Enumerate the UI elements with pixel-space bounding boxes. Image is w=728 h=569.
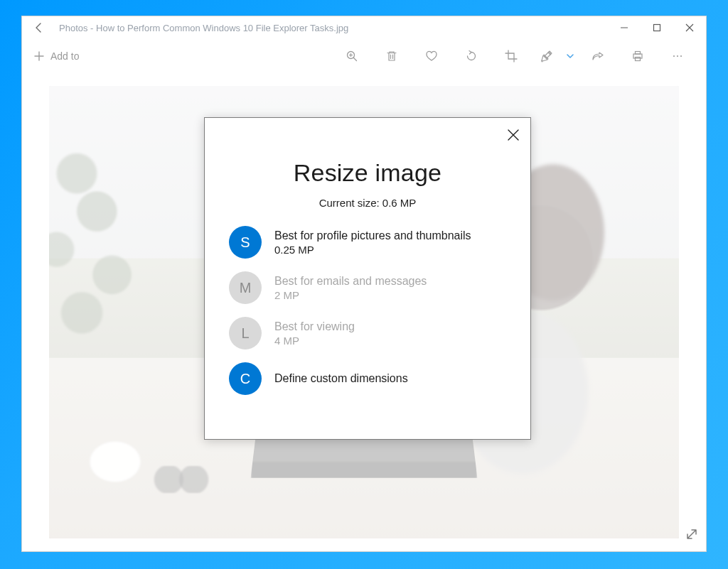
svg-rect-1: [654, 25, 660, 31]
plus-icon: [33, 50, 45, 62]
share-icon: [591, 50, 605, 63]
chevron-down-icon: [566, 52, 574, 60]
window-controls: [608, 16, 706, 39]
rotate-button[interactable]: [451, 39, 491, 73]
print-button[interactable]: [618, 39, 658, 73]
svg-line-3: [353, 58, 356, 60]
close-button[interactable]: [673, 16, 706, 39]
photos-app-window: Photos - How to Perform Common Windows 1…: [21, 16, 707, 552]
favorite-button[interactable]: [412, 39, 451, 73]
add-to-label: Add to: [50, 50, 79, 62]
resize-options: S Best for profile pictures and thumbnai…: [225, 226, 510, 395]
svg-point-11: [677, 55, 678, 57]
add-to-button[interactable]: Add to: [28, 50, 85, 62]
edit-icon: [540, 50, 554, 63]
option-badge: L: [229, 317, 262, 349]
rotate-icon: [465, 50, 478, 63]
option-sub: 4 MP: [274, 335, 355, 347]
crop-button[interactable]: [491, 39, 531, 73]
svg-point-10: [673, 55, 675, 57]
maximize-button[interactable]: [641, 16, 673, 39]
resize-option-large: L Best for viewing 4 MP: [229, 317, 506, 349]
edit-button[interactable]: [531, 39, 562, 73]
resize-dialog: Resize image Current size: 0.6 MP S Best…: [204, 117, 531, 440]
window-title: Photos - How to Perform Common Windows 1…: [56, 23, 608, 33]
option-sub: 2 MP: [274, 289, 427, 301]
trash-icon: [385, 50, 398, 63]
option-badge: C: [229, 362, 262, 395]
svg-rect-8: [636, 52, 641, 55]
dialog-subtitle: Current size: 0.6 MP: [225, 197, 510, 209]
toolbar: Add to: [22, 39, 706, 73]
titlebar: Photos - How to Perform Common Windows 1…: [22, 16, 706, 39]
zoom-icon: [346, 50, 358, 63]
share-button[interactable]: [578, 39, 618, 73]
option-badge: M: [229, 271, 262, 304]
crop-icon: [505, 50, 518, 63]
back-button[interactable]: [22, 22, 56, 33]
edit-dropdown[interactable]: [562, 39, 578, 73]
minimize-button[interactable]: [608, 16, 641, 39]
option-label: Best for profile pictures and thumbnails: [274, 229, 471, 242]
option-badge: S: [229, 226, 262, 259]
resize-option-small[interactable]: S Best for profile pictures and thumbnai…: [229, 226, 506, 259]
delete-button[interactable]: [372, 39, 412, 73]
option-label: Define custom dimensions: [274, 372, 408, 385]
svg-rect-9: [636, 58, 641, 61]
heart-icon: [424, 50, 439, 63]
more-icon: [671, 50, 684, 63]
fullscreen-button[interactable]: [685, 527, 699, 544]
dialog-title: Resize image: [225, 159, 510, 187]
resize-option-medium: M Best for emails and messages 2 MP: [229, 271, 506, 304]
option-sub: 0.25 MP: [274, 244, 471, 256]
zoom-button[interactable]: [332, 39, 372, 73]
more-button[interactable]: [658, 39, 697, 73]
toolbar-icons: [332, 39, 697, 73]
fullscreen-icon: [685, 527, 699, 541]
option-label: Best for viewing: [274, 320, 355, 333]
dialog-close-button[interactable]: [506, 128, 520, 145]
option-label: Best for emails and messages: [274, 275, 427, 288]
print-icon: [631, 50, 644, 63]
resize-option-custom[interactable]: C Define custom dimensions: [229, 362, 506, 395]
svg-point-12: [680, 55, 682, 57]
close-icon: [506, 128, 520, 142]
